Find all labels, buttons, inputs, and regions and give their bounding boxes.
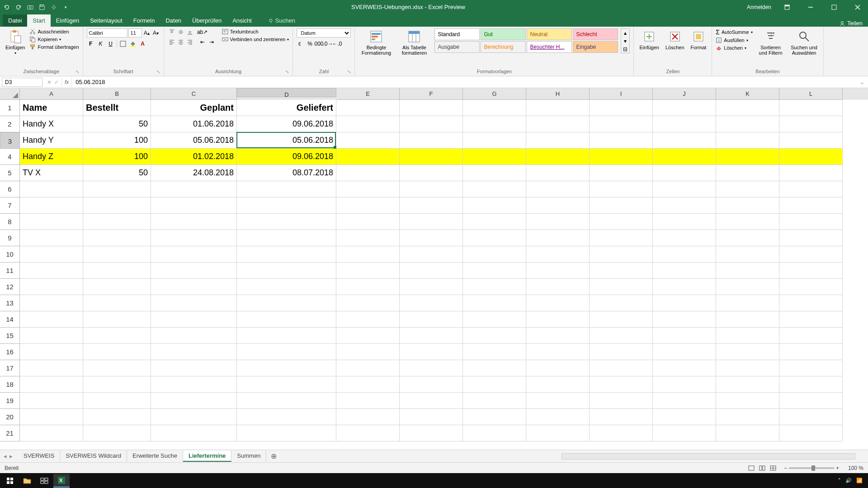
zoom-in-icon[interactable]: + <box>836 465 839 471</box>
cell[interactable] <box>151 393 237 409</box>
format-cells-button[interactable]: Format <box>689 28 708 51</box>
cell[interactable] <box>237 295 336 311</box>
cell[interactable] <box>653 263 716 279</box>
cell[interactable] <box>83 263 151 279</box>
cell[interactable] <box>779 425 843 441</box>
name-box[interactable] <box>2 78 42 87</box>
align-middle-icon[interactable] <box>177 28 185 36</box>
cell[interactable] <box>400 311 463 328</box>
select-all-corner[interactable] <box>0 88 20 100</box>
dialog-launcher-icon[interactable]: ⤡ <box>285 69 289 74</box>
cell[interactable] <box>83 409 151 425</box>
underline-button[interactable]: U <box>107 40 115 47</box>
cell[interactable] <box>20 328 83 344</box>
cell[interactable]: 08.07.2018 <box>237 165 336 181</box>
fill-color-button[interactable] <box>129 40 137 47</box>
cell[interactable] <box>590 116 653 132</box>
cell-style-option[interactable]: Standard <box>434 28 480 40</box>
horizontal-scrollbar[interactable] <box>561 453 855 460</box>
tab-formeln[interactable]: Formeln <box>128 14 160 27</box>
number-format-select[interactable]: Datum <box>297 28 351 38</box>
cell[interactable] <box>336 132 400 149</box>
cell[interactable] <box>716 181 779 197</box>
cell[interactable] <box>237 328 336 344</box>
font-name-select[interactable] <box>87 28 127 38</box>
cell[interactable] <box>83 360 151 376</box>
row-header[interactable]: 14 <box>0 311 20 328</box>
align-bottom-icon[interactable] <box>186 28 194 36</box>
cell[interactable] <box>716 409 779 425</box>
cell[interactable] <box>400 214 463 230</box>
orientation-icon[interactable]: ab↗ <box>198 28 207 36</box>
cell[interactable] <box>336 181 400 197</box>
cell[interactable] <box>463 132 526 149</box>
cell[interactable] <box>590 393 653 409</box>
row-header[interactable]: 6 <box>0 181 20 197</box>
cell[interactable] <box>779 311 843 328</box>
column-header[interactable]: A <box>20 88 83 100</box>
dialog-launcher-icon[interactable]: ⤡ <box>156 69 160 74</box>
cell[interactable] <box>20 360 83 376</box>
cell[interactable] <box>779 165 843 181</box>
tray-volume-icon[interactable]: 🔊 <box>845 478 852 483</box>
sheet-nav-prev-icon[interactable]: ◂ <box>4 453 7 460</box>
cell[interactable] <box>151 311 237 328</box>
cell[interactable]: Name <box>20 100 83 116</box>
cell[interactable] <box>83 214 151 230</box>
maximize-button[interactable] <box>826 2 842 12</box>
row-header[interactable]: 17 <box>0 360 20 376</box>
cell[interactable] <box>716 393 779 409</box>
cell[interactable] <box>83 246 151 263</box>
cell[interactable] <box>20 376 83 393</box>
cell[interactable] <box>237 263 336 279</box>
cell[interactable] <box>779 360 843 376</box>
cell[interactable] <box>716 311 779 328</box>
cell[interactable] <box>400 409 463 425</box>
cell[interactable] <box>400 181 463 197</box>
column-header[interactable]: F <box>400 88 463 100</box>
row-header[interactable]: 7 <box>0 197 20 214</box>
cell[interactable] <box>400 246 463 263</box>
cell[interactable] <box>400 263 463 279</box>
cell[interactable] <box>716 165 779 181</box>
cell[interactable] <box>463 328 526 344</box>
cell[interactable] <box>463 376 526 393</box>
font-color-button[interactable]: A <box>139 40 147 47</box>
row-header[interactable]: 16 <box>0 344 20 360</box>
comma-format-icon[interactable]: 000 <box>315 40 323 47</box>
autosum-button[interactable]: ΣAutoSumme▾ <box>716 28 752 36</box>
cell[interactable]: Handy Y <box>20 132 83 149</box>
cell[interactable] <box>336 328 400 344</box>
column-header[interactable]: I <box>590 88 653 100</box>
format-as-table-button[interactable]: Als Tabelle formatieren <box>396 28 432 56</box>
tray-network-icon[interactable]: 📶 <box>856 478 863 483</box>
cell[interactable] <box>653 376 716 393</box>
increase-font-icon[interactable]: A▴ <box>143 29 151 37</box>
sheet-tab[interactable]: Summen <box>231 450 266 462</box>
increase-indent-icon[interactable]: ⇥ <box>208 38 216 46</box>
cell[interactable] <box>336 214 400 230</box>
cell[interactable] <box>400 295 463 311</box>
tell-me-search[interactable]: Suchen <box>263 14 301 27</box>
cell[interactable] <box>779 116 843 132</box>
row-header[interactable]: 21 <box>0 425 20 441</box>
cell[interactable] <box>151 214 237 230</box>
cell[interactable] <box>716 263 779 279</box>
cell[interactable] <box>526 263 590 279</box>
cell[interactable] <box>336 246 400 263</box>
italic-button[interactable]: K <box>97 40 105 47</box>
row-header[interactable]: 8 <box>0 214 20 230</box>
cell[interactable] <box>526 376 590 393</box>
qat-more-icon[interactable]: ▾ <box>61 3 70 11</box>
cell[interactable] <box>83 344 151 360</box>
cell[interactable] <box>779 181 843 197</box>
cell[interactable] <box>463 149 526 165</box>
cell[interactable] <box>526 344 590 360</box>
cell[interactable] <box>237 360 336 376</box>
cell[interactable]: 24.08.2018 <box>151 165 237 181</box>
cell[interactable] <box>526 328 590 344</box>
cell[interactable] <box>590 149 653 165</box>
cell[interactable] <box>590 165 653 181</box>
align-right-icon[interactable] <box>186 38 194 46</box>
cell-style-option[interactable]: Ausgabe <box>434 41 480 53</box>
